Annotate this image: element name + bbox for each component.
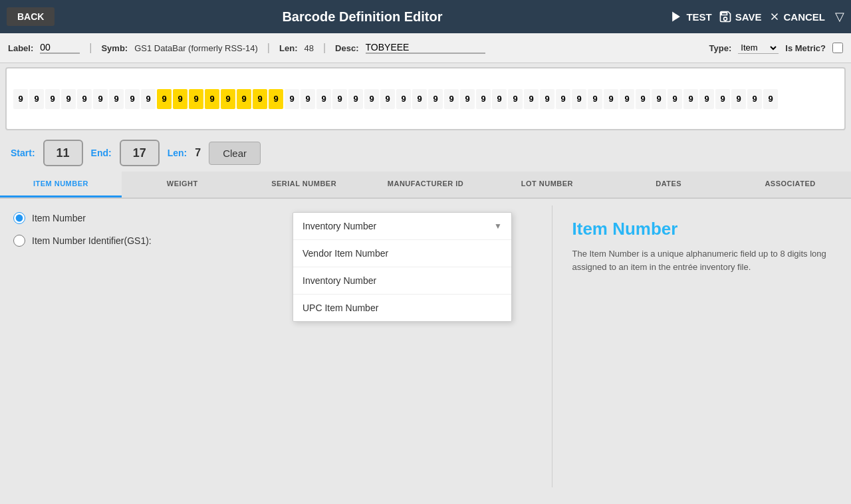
- label-input[interactable]: [40, 42, 80, 54]
- barcode-cell[interactable]: 9: [221, 89, 235, 109]
- dropdown-header[interactable]: Inventory Number ▼: [293, 213, 511, 240]
- barcode-cell[interactable]: 9: [636, 89, 650, 109]
- info-title: Item Number: [572, 219, 832, 239]
- len-value: 48: [304, 43, 313, 53]
- barcode-cell[interactable]: 9: [364, 89, 379, 109]
- barcode-cell[interactable]: 9: [316, 89, 331, 109]
- barcode-cell[interactable]: 9: [652, 89, 666, 109]
- barcode-cell[interactable]: 9: [668, 89, 682, 109]
- start-value-box[interactable]: 11: [43, 140, 83, 166]
- item-number-id-radio[interactable]: [13, 235, 25, 247]
- barcode-cell[interactable]: 9: [125, 89, 140, 109]
- content-area: Item Number Item Number Identifier(GS1):…: [0, 199, 851, 494]
- desc-label: Desc:: [335, 43, 358, 53]
- tab-associated[interactable]: ASSOCIATED: [729, 172, 851, 197]
- barcode-cell[interactable]: 9: [508, 89, 523, 109]
- barcode-cell[interactable]: 9: [731, 89, 746, 109]
- tab-lot-number[interactable]: LOT NUMBER: [486, 172, 608, 197]
- tab-weight[interactable]: WEIGHT: [122, 172, 243, 197]
- barcode-cell[interactable]: 9: [428, 89, 443, 109]
- left-panel: Item Number Item Number Identifier(GS1):: [0, 199, 279, 494]
- dropdown-option[interactable]: Vendor Item Number: [293, 240, 511, 267]
- barcode-cell[interactable]: 9: [45, 89, 60, 109]
- item-number-radio[interactable]: [13, 212, 25, 224]
- barcode-cell[interactable]: 9: [348, 89, 363, 109]
- dropdown-option[interactable]: Inventory Number: [293, 267, 511, 295]
- barcode-cell[interactable]: 9: [61, 89, 76, 109]
- len-sel-value: 7: [195, 147, 201, 159]
- end-value-box[interactable]: 17: [120, 140, 160, 166]
- barcode-cell[interactable]: 9: [189, 89, 203, 109]
- barcode-cell[interactable]: 9: [13, 89, 28, 109]
- save-button[interactable]: SAVE: [719, 10, 762, 23]
- barcode-cell[interactable]: 9: [476, 89, 491, 109]
- tab-dates[interactable]: DATES: [608, 172, 729, 197]
- radio-row-2: Item Number Identifier(GS1):: [13, 235, 266, 247]
- dropdown-arrow-icon: ▼: [494, 221, 502, 231]
- barcode-cell[interactable]: 9: [572, 89, 586, 109]
- barcode-cell[interactable]: 9: [93, 89, 108, 109]
- len-label: Len:: [279, 43, 297, 53]
- barcode-cell[interactable]: 9: [141, 89, 156, 109]
- barcode-cell[interactable]: 9: [269, 89, 283, 109]
- symb-value: GS1 DataBar (formerly RSS-14): [134, 43, 258, 53]
- barcode-cell[interactable]: 9: [524, 89, 539, 109]
- selection-row: Start: 11 End: 17 Len: 7 Clear: [0, 134, 851, 172]
- barcode-cell[interactable]: 9: [29, 89, 44, 109]
- barcode-cell[interactable]: 9: [747, 89, 762, 109]
- barcode-cell[interactable]: 9: [396, 89, 411, 109]
- radio-row-1: Item Number: [13, 212, 266, 224]
- barcode-cell[interactable]: 9: [460, 89, 475, 109]
- len-sel-label: Len:: [168, 148, 187, 158]
- info-description: The Item Number is a unique alphanumeric…: [572, 247, 832, 273]
- barcode-cell[interactable]: 9: [253, 89, 267, 109]
- barcode-display: 9999999999999999999999999999999999999999…: [5, 67, 846, 130]
- type-label: Type:: [709, 43, 732, 53]
- barcode-cell[interactable]: 9: [715, 89, 730, 109]
- barcode-cell[interactable]: 9: [77, 89, 92, 109]
- barcode-cell[interactable]: 9: [332, 89, 347, 109]
- dropdown-option[interactable]: UPC Item Number: [293, 295, 511, 321]
- dropdown-selected: Inventory Number: [303, 221, 376, 231]
- clear-button[interactable]: Clear: [209, 142, 261, 165]
- item-number-label: Item Number: [32, 213, 86, 223]
- tab-manufacturer-id[interactable]: MANUFACTURER ID: [365, 172, 487, 197]
- barcode-cell[interactable]: 9: [109, 89, 124, 109]
- barcode-cell[interactable]: 9: [620, 89, 634, 109]
- barcode-cell[interactable]: 9: [380, 89, 395, 109]
- back-button[interactable]: BACK: [7, 7, 55, 26]
- barcode-cell[interactable]: 9: [699, 89, 714, 109]
- desc-input[interactable]: [366, 42, 485, 54]
- barcode-cell[interactable]: 9: [540, 89, 554, 109]
- svg-marker-0: [673, 12, 681, 22]
- barcode-cell[interactable]: 9: [301, 89, 315, 109]
- barcode-cell[interactable]: 9: [763, 89, 778, 109]
- barcode-cell[interactable]: 9: [285, 89, 299, 109]
- barcode-cell[interactable]: 9: [588, 89, 602, 109]
- barcode-cell[interactable]: 9: [604, 89, 618, 109]
- barcode-cell[interactable]: 9: [556, 89, 570, 109]
- barcode-cell[interactable]: 9: [412, 89, 427, 109]
- barcode-cells: 9999999999999999999999999999999999999999…: [13, 89, 778, 109]
- barcode-cell[interactable]: 9: [237, 89, 251, 109]
- tab-serial-number[interactable]: SERIAL NUMBER: [243, 172, 365, 197]
- is-metric-checkbox[interactable]: [832, 43, 843, 53]
- toolbar: Label: | Symb: GS1 DataBar (formerly RSS…: [0, 33, 851, 63]
- tab-item-number[interactable]: ITEM NUMBER: [0, 172, 122, 197]
- barcode-cell[interactable]: 9: [683, 89, 698, 109]
- cancel-button[interactable]: path{stroke:white;stroke-width:2;fill:no…: [769, 11, 826, 23]
- menu-triangle-icon[interactable]: ▽: [835, 9, 844, 24]
- app-header: BACK Barcode Definition Editor TEST SAVE…: [0, 0, 851, 33]
- play-icon: [669, 10, 683, 23]
- app-title: Barcode Definition Editor: [61, 9, 663, 25]
- type-select[interactable]: Item Weight: [738, 42, 779, 54]
- info-panel: Item Number The Item Number is a unique …: [552, 199, 852, 494]
- barcode-cell[interactable]: 9: [205, 89, 219, 109]
- barcode-cell[interactable]: 9: [173, 89, 187, 109]
- dropdown-items: Vendor Item NumberInventory NumberUPC It…: [293, 240, 511, 321]
- barcode-cell[interactable]: 9: [492, 89, 507, 109]
- barcode-cell[interactable]: 9: [444, 89, 459, 109]
- tab-bar: ITEM NUMBERWEIGHTSERIAL NUMBERMANUFACTUR…: [0, 172, 851, 199]
- barcode-cell[interactable]: 9: [157, 89, 172, 109]
- test-button[interactable]: TEST: [669, 10, 711, 23]
